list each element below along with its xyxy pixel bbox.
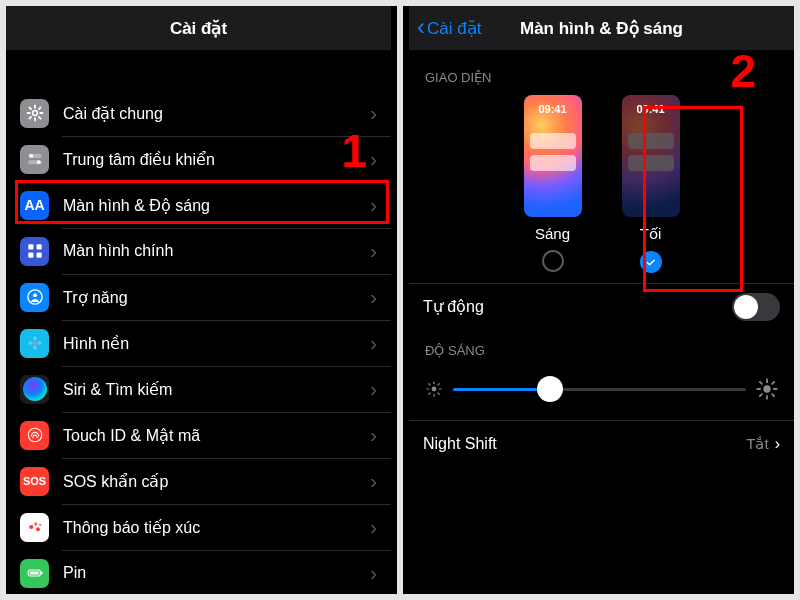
toggle-knob: [734, 295, 758, 319]
dual-screenshot: Cài đặt Cài đặt chung › Trung tâm điều k…: [6, 6, 794, 594]
svg-point-26: [34, 522, 37, 525]
settings-row-controlcenter[interactable]: Trung tâm điều khiển ›: [6, 136, 391, 182]
svg-rect-31: [41, 572, 43, 575]
automatic-toggle[interactable]: [732, 293, 780, 321]
slider-thumb[interactable]: [537, 376, 563, 402]
chevron-right-icon: ›: [775, 435, 780, 453]
svg-point-10: [29, 154, 33, 158]
settings-row-label: Pin: [63, 564, 370, 582]
panel-separator: [397, 6, 403, 594]
settings-row-label: Màn hình chính: [63, 242, 370, 260]
sos-icon: SOS: [20, 467, 49, 496]
svg-point-22: [28, 341, 33, 344]
header: Cài đặt: [6, 6, 391, 50]
settings-row-label: SOS khẩn cấp: [63, 472, 370, 491]
svg-point-0: [32, 111, 37, 116]
chevron-right-icon: ›: [370, 424, 377, 447]
svg-line-46: [760, 382, 762, 384]
svg-line-39: [429, 393, 430, 394]
controlcenter-icon: [20, 145, 49, 174]
chevron-right-icon: ›: [370, 470, 377, 493]
automatic-label: Tự động: [423, 297, 732, 316]
brightness-slider-row: [409, 366, 794, 420]
settings-row-accessibility[interactable]: Trợ năng ›: [6, 274, 391, 320]
chevron-right-icon: ›: [370, 148, 377, 171]
settings-row-label: Hình nền: [63, 334, 370, 353]
annotation-highlight-2: [643, 106, 743, 292]
chevron-right-icon: ›: [370, 516, 377, 539]
chevron-right-icon: ›: [370, 240, 377, 263]
svg-point-23: [37, 341, 42, 344]
settings-row-homescreen[interactable]: Màn hình chính ›: [6, 228, 391, 274]
wallpaper-icon: [20, 329, 49, 358]
slider-fill: [453, 388, 550, 391]
settings-row-general[interactable]: Cài đặt chung ›: [6, 90, 391, 136]
svg-rect-15: [28, 253, 33, 258]
appearance-thumb-light: 09:41: [524, 95, 582, 217]
svg-point-25: [29, 525, 33, 529]
radio-unchecked-icon: [542, 250, 564, 272]
svg-point-21: [33, 345, 36, 350]
svg-line-5: [29, 107, 31, 109]
svg-line-38: [438, 393, 439, 394]
chevron-right-icon: ›: [370, 562, 377, 585]
settings-row-label: Touch ID & Mật mã: [63, 426, 370, 445]
chevron-right-icon: ›: [370, 378, 377, 401]
settings-row-label: Thông báo tiếp xúc: [63, 518, 370, 537]
page-title: Cài đặt: [170, 18, 227, 39]
settings-row-touchid[interactable]: Touch ID & Mật mã ›: [6, 412, 391, 458]
brightness-slider[interactable]: [453, 388, 746, 391]
general-icon: [20, 99, 49, 128]
touchid-icon: [20, 421, 49, 450]
settings-row-label: Trung tâm điều khiển: [63, 150, 370, 169]
svg-point-18: [33, 293, 37, 297]
settings-row-label: Siri & Tìm kiếm: [63, 380, 370, 399]
svg-rect-13: [28, 244, 33, 249]
sun-large-icon: [756, 378, 778, 400]
svg-rect-16: [36, 253, 41, 258]
night-shift-row[interactable]: Night Shift Tắt ›: [409, 420, 794, 466]
settings-root-panel: Cài đặt Cài đặt chung › Trung tâm điều k…: [6, 6, 391, 594]
annotation-highlight-1: [15, 180, 389, 224]
settings-row-battery[interactable]: Pin ›: [6, 550, 391, 594]
svg-point-27: [36, 527, 40, 531]
svg-line-40: [438, 384, 439, 385]
chevron-right-icon: ›: [370, 332, 377, 355]
appearance-option-light[interactable]: 09:41 Sáng: [524, 95, 582, 273]
svg-rect-30: [29, 572, 38, 575]
svg-point-41: [763, 385, 770, 392]
night-shift-label: Night Shift: [423, 435, 746, 453]
svg-line-47: [772, 394, 774, 396]
sun-small-icon: [425, 380, 443, 398]
settings-row-wallpaper[interactable]: Hình nền ›: [6, 320, 391, 366]
svg-line-6: [38, 117, 40, 119]
accessibility-icon: [20, 283, 49, 312]
display-brightness-panel: ‹ Cài đặt Màn hình & Độ sáng GIAO DIỆN 0…: [409, 6, 794, 594]
night-shift-value: Tắt: [746, 435, 768, 453]
svg-rect-14: [36, 244, 41, 249]
settings-list: Cài đặt chung › Trung tâm điều khiển › A…: [6, 90, 391, 594]
svg-point-32: [432, 387, 437, 392]
svg-line-8: [38, 107, 40, 109]
chevron-right-icon: ›: [370, 102, 377, 125]
svg-point-20: [33, 336, 36, 341]
svg-line-7: [29, 117, 31, 119]
settings-row-exposure[interactable]: Thông báo tiếp xúc ›: [6, 504, 391, 550]
annotation-number-1: 1: [341, 124, 367, 178]
exposure-icon: [20, 513, 49, 542]
settings-row-label: Cài đặt chung: [63, 104, 370, 123]
settings-row-sos[interactable]: SOS SOS khẩn cấp ›: [6, 458, 391, 504]
svg-point-19: [33, 341, 36, 344]
siri-icon: [20, 375, 49, 404]
battery-icon: [20, 559, 49, 588]
svg-line-37: [429, 384, 430, 385]
back-label: Cài đặt: [427, 18, 481, 39]
back-button[interactable]: ‹ Cài đặt: [417, 16, 481, 40]
svg-point-28: [38, 523, 41, 526]
annotation-number-2: 2: [730, 44, 756, 98]
settings-row-label: Trợ năng: [63, 288, 370, 307]
section-header-brightness: ĐỘ SÁNG: [409, 329, 794, 366]
settings-row-siri[interactable]: Siri & Tìm kiếm ›: [6, 366, 391, 412]
homescreen-icon: [20, 237, 49, 266]
chevron-right-icon: ›: [370, 286, 377, 309]
